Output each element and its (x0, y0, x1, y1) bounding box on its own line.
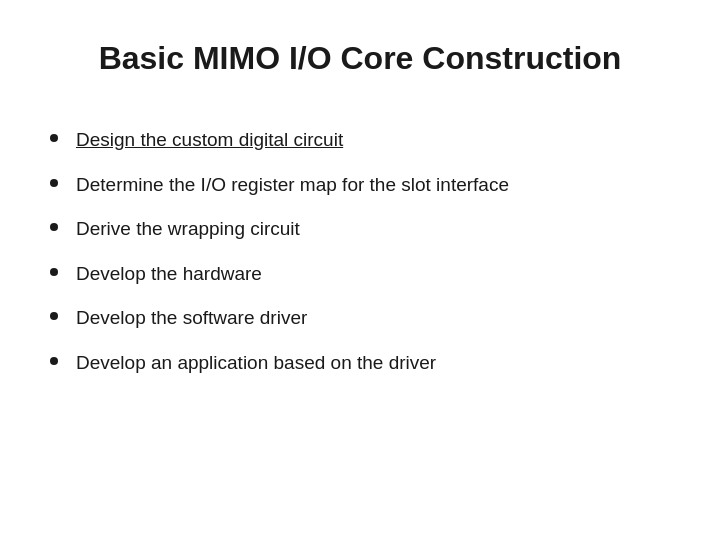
bullet-text-0: Design the custom digital circuit (76, 127, 343, 154)
bullet-list: Design the custom digital circuitDetermi… (50, 127, 670, 395)
bullet-dot-icon (50, 312, 58, 320)
list-item: Derive the wrapping circuit (50, 216, 670, 243)
list-item: Design the custom digital circuit (50, 127, 670, 154)
bullet-text-3: Develop the hardware (76, 261, 262, 288)
slide-container: Basic MIMO I/O Core Construction Design … (0, 0, 720, 540)
list-item: Develop the hardware (50, 261, 670, 288)
bullet-text-1: Determine the I/O register map for the s… (76, 172, 509, 199)
bullet-dot-icon (50, 179, 58, 187)
bullet-dot-icon (50, 268, 58, 276)
list-item: Develop an application based on the driv… (50, 350, 670, 377)
bullet-text-2: Derive the wrapping circuit (76, 216, 300, 243)
slide-title: Basic MIMO I/O Core Construction (50, 40, 670, 87)
bullet-dot-icon (50, 134, 58, 142)
bullet-dot-icon (50, 357, 58, 365)
bullet-text-5: Develop an application based on the driv… (76, 350, 436, 377)
bullet-dot-icon (50, 223, 58, 231)
list-item: Determine the I/O register map for the s… (50, 172, 670, 199)
list-item: Develop the software driver (50, 305, 670, 332)
bullet-text-4: Develop the software driver (76, 305, 307, 332)
